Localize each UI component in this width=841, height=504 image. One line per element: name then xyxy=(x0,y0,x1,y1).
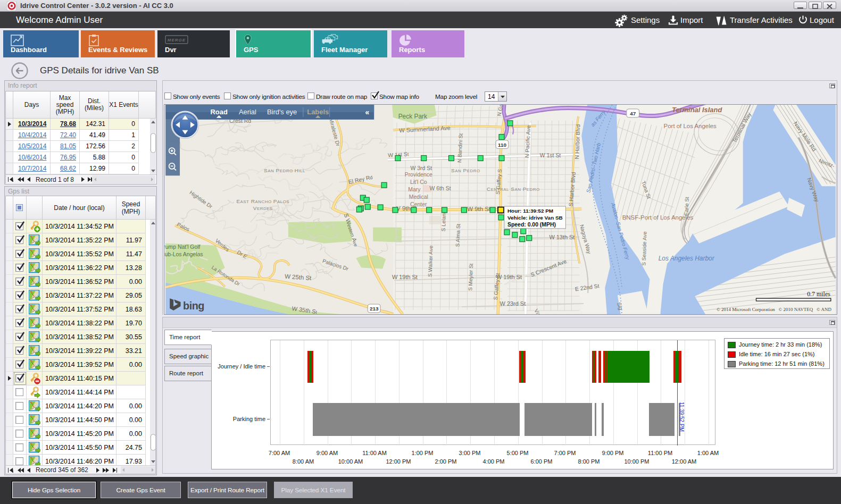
svg-text:«: « xyxy=(365,108,369,116)
svg-text:W 13th St: W 13th St xyxy=(549,234,574,240)
svg-text:Mary: Mary xyxy=(408,187,421,192)
svg-text:W 19th St: W 19th St xyxy=(392,274,418,280)
svg-text:47: 47 xyxy=(630,111,636,116)
svg-text:Labels: Labels xyxy=(307,108,329,116)
svg-text:Vehicle: idrive Van SB: Vehicle: idrive Van SB xyxy=(507,215,563,221)
svg-text:SAN PEDRO HILL: SAN PEDRO HILL xyxy=(264,167,305,173)
svg-text:Port of Los Angeles: Port of Los Angeles xyxy=(664,123,717,129)
svg-text:W 6th St: W 6th St xyxy=(430,186,451,191)
svg-text:S Leland: S Leland xyxy=(440,211,447,232)
svg-text:W 23rd St: W 23rd St xyxy=(500,300,526,307)
svg-text:Los Angeles Harbor: Los Angeles Harbor xyxy=(659,255,715,262)
svg-text:Peck Park: Peck Park xyxy=(398,113,427,120)
svg-text:W 19th St: W 19th St xyxy=(496,274,522,280)
svg-text:Earle St: Earle St xyxy=(684,197,690,216)
svg-text:© 2014 Microsoft Corporation: © 2014 Microsoft Corporation © 2010 NAVT… xyxy=(717,307,831,312)
svg-text:Providence: Providence xyxy=(405,172,432,178)
svg-text:lub-Los Angelas: lub-Los Angelas xyxy=(164,251,203,257)
svg-text:BNSF-Port of Los Angeles: BNSF-Port of Los Angeles xyxy=(622,214,694,221)
svg-text:SAN PEDRO: SAN PEDRO xyxy=(451,167,480,173)
svg-text:W 1st St: W 1st St xyxy=(540,153,561,158)
svg-text:bing: bing xyxy=(183,300,204,312)
svg-text:213: 213 xyxy=(370,306,379,312)
svg-text:MERGE: MERGE xyxy=(168,38,186,43)
svg-text:EAST RANCHO PALOS: EAST RANCHO PALOS xyxy=(236,198,289,204)
svg-text:N Harbor Blvd: N Harbor Blvd xyxy=(574,124,581,159)
svg-text:rump Nat'l Golf: rump Nat'l Golf xyxy=(164,244,201,250)
svg-text:S Walker Ave: S Walker Ave xyxy=(427,245,434,277)
svg-text:W 3rd St: W 3rd St xyxy=(410,165,432,171)
svg-text:Aerial: Aerial xyxy=(239,108,256,116)
svg-text:S Meyler St: S Meyler St xyxy=(467,263,474,291)
svg-text:VERDES: VERDES xyxy=(253,205,273,211)
svg-text:0.7 miles: 0.7 miles xyxy=(807,290,830,298)
svg-text:Terminal Island: Terminal Island xyxy=(672,106,722,114)
svg-text:Bird's eye: Bird's eye xyxy=(267,108,297,116)
svg-text:Medical: Medical xyxy=(409,194,428,200)
svg-text:Hour: 11:39:52 PM: Hour: 11:39:52 PM xyxy=(507,208,553,214)
svg-text:Lit'l Co: Lit'l Co xyxy=(410,179,427,185)
svg-text:W 9th St: W 9th St xyxy=(467,206,491,212)
svg-text:Speed: 0.00 (MPH): Speed: 0.00 (MPH) xyxy=(507,222,556,228)
svg-text:Road: Road xyxy=(211,108,228,116)
svg-text:S Alma St: S Alma St xyxy=(455,223,462,247)
svg-text:S Seaside Ave: S Seaside Ave xyxy=(640,231,647,266)
svg-text:110: 110 xyxy=(498,142,507,148)
